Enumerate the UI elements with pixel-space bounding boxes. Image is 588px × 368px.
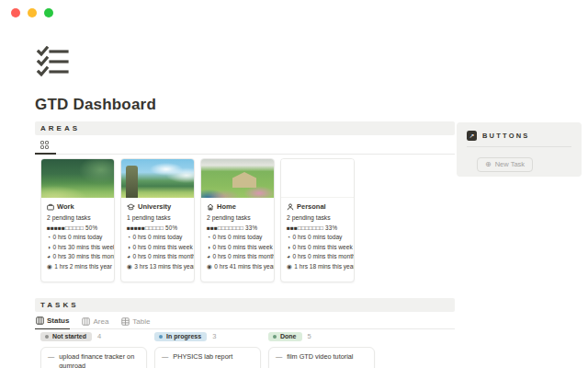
- card-title: Home: [217, 202, 236, 211]
- stat-year: 3 hrs 13 mins this year: [134, 263, 195, 270]
- pending-tasks: 2 pending tasks: [287, 214, 348, 221]
- new-task-label: New Task: [495, 160, 525, 168]
- zoom-button[interactable]: [44, 8, 53, 17]
- checklist-icon[interactable]: [36, 46, 71, 81]
- dash-icon: —: [276, 352, 282, 362]
- stat-today: 0 hrs 0 mins today: [212, 234, 262, 240]
- tasks-view-tabs: Status Area Table: [35, 314, 455, 329]
- area-card-personal[interactable]: Personal 2 pending tasks ■■■□□□□□□□ 33% …: [280, 158, 355, 282]
- buttons-panel-title: BUTTONS: [482, 132, 530, 140]
- task-card[interactable]: — PHYSICS lab report: [154, 347, 261, 368]
- new-task-button[interactable]: ⊕ New Task: [477, 157, 533, 172]
- gallery-grid-icon: [40, 141, 49, 149]
- status-badge[interactable]: In progress: [154, 332, 207, 341]
- harvey-ball-icon: ◕: [47, 253, 51, 259]
- stat-month: 0 hrs 0 mins this month: [292, 253, 355, 259]
- board-icon: [82, 317, 90, 326]
- notion-window: GTD Dashboard AREAS Work 2 pending tasks…: [0, 0, 588, 368]
- harvey-ball-icon: ◉: [287, 263, 292, 270]
- stat-today: 0 hrs 0 mins today: [292, 234, 342, 240]
- status-label: Done: [280, 333, 297, 339]
- stat-month: 0 hrs 30 mins this month: [52, 253, 115, 259]
- column-count: 5: [308, 332, 311, 340]
- stat-week: 0 hrs 0 mins this week: [212, 244, 272, 250]
- tasks-board: Not started 4 — upload finance tracker o…: [40, 330, 375, 368]
- harvey-ball-icon: ◔: [127, 234, 130, 240]
- divider: [467, 146, 571, 147]
- harvey-ball-icon: ◔: [287, 234, 290, 240]
- pending-tasks: 2 pending tasks: [207, 214, 268, 221]
- page-title: GTD Dashboard: [35, 96, 156, 114]
- stat-today: 0 hrs 0 mins today: [132, 234, 182, 240]
- card-title: Personal: [297, 202, 326, 211]
- status-dot-icon: [159, 335, 163, 339]
- minimize-button[interactable]: [28, 8, 37, 17]
- tab-status[interactable]: Status: [35, 316, 70, 329]
- area-card-home[interactable]: Home 2 pending tasks ■■■□□□□□□□ 33% ◔0 h…: [200, 158, 275, 282]
- button-block-icon: ↗: [467, 131, 477, 141]
- harvey-ball-icon: ◉: [127, 263, 132, 270]
- tab-table[interactable]: Table: [120, 317, 151, 329]
- harvey-ball-icon: ◑: [127, 244, 130, 250]
- tab-label: Status: [47, 316, 69, 325]
- buttons-panel: ↗ BUTTONS ⊕ New Task: [457, 122, 582, 177]
- dash-icon: —: [162, 352, 168, 362]
- harvey-ball-icon: ◔: [47, 234, 51, 240]
- tab-label: Area: [93, 317, 108, 326]
- harvey-ball-icon: ◑: [47, 244, 51, 250]
- card-cover-image: [201, 159, 274, 198]
- status-dot-icon: [273, 335, 277, 339]
- status-badge[interactable]: Not started: [40, 332, 92, 341]
- progress-bar: ■■■■■□□□□□ 50%: [127, 224, 188, 231]
- harvey-ball-icon: ◕: [207, 253, 210, 259]
- stat-year: 0 hrs 41 mins this year: [214, 263, 275, 270]
- column-count: 3: [212, 332, 216, 340]
- window-controls: [11, 8, 53, 17]
- graduation-cap-icon: [127, 203, 135, 211]
- pending-tasks: 1 pending tasks: [127, 214, 188, 221]
- harvey-ball-icon: ◕: [127, 253, 130, 259]
- status-label: In progress: [166, 333, 201, 339]
- house-icon: [207, 203, 214, 211]
- person-icon: [287, 203, 294, 211]
- kanban-column-not-started: Not started 4 — upload finance tracker o…: [40, 330, 147, 368]
- dash-icon: —: [48, 352, 54, 362]
- stat-week: 0 hrs 0 mins this week: [132, 244, 192, 250]
- gallery-view-tab[interactable]: [35, 141, 56, 155]
- harvey-ball-icon: ◑: [207, 244, 210, 250]
- card-cover-image: [121, 159, 194, 198]
- harvey-ball-icon: ◕: [287, 253, 290, 259]
- task-title: PHYSICS lab report: [173, 352, 232, 362]
- stat-month: 0 hrs 0 mins this month: [212, 253, 275, 259]
- harvey-ball-icon: ◉: [207, 263, 212, 270]
- board-icon: [36, 316, 44, 325]
- task-card[interactable]: — film GTD video tutorial: [268, 347, 375, 368]
- stat-week: 0 hrs 30 mins this week: [52, 244, 115, 250]
- stat-week: 0 hrs 0 mins this week: [292, 244, 352, 250]
- harvey-ball-icon: ◉: [47, 263, 52, 270]
- plus-circle-icon: ⊕: [485, 160, 492, 168]
- card-cover-image: [41, 159, 114, 198]
- stat-year: 1 hrs 2 mins this year: [54, 263, 112, 270]
- task-card[interactable]: — upload finance tracker on gumroad: [40, 347, 147, 368]
- tab-area[interactable]: Area: [81, 317, 109, 329]
- harvey-ball-icon: ◑: [287, 244, 290, 250]
- kanban-column-done: Done 5 — film GTD video tutorial: [268, 330, 375, 368]
- stat-year: 1 hrs 18 mins this year: [294, 263, 355, 270]
- stat-month: 0 hrs 0 mins this month: [132, 253, 195, 259]
- task-title: upload finance tracker on gumroad: [59, 352, 140, 368]
- card-title: Work: [57, 202, 74, 211]
- area-card-work[interactable]: Work 2 pending tasks ■■■■■□□□□□ 50% ◔0 h…: [40, 158, 115, 282]
- progress-bar: ■■■□□□□□□□ 33%: [207, 224, 268, 231]
- status-badge[interactable]: Done: [268, 332, 302, 341]
- area-card-university[interactable]: University 1 pending tasks ■■■■■□□□□□ 50…: [120, 158, 195, 282]
- areas-gallery: Work 2 pending tasks ■■■■■□□□□□ 50% ◔0 h…: [40, 158, 355, 282]
- areas-section-header: AREAS: [35, 121, 455, 135]
- kanban-column-in-progress: In progress 3 — PHYSICS lab report: [154, 330, 261, 368]
- briefcase-icon: [47, 203, 54, 211]
- task-title: film GTD video tutorial: [287, 352, 353, 362]
- card-title: University: [138, 202, 171, 211]
- table-icon: [121, 317, 130, 326]
- pending-tasks: 2 pending tasks: [47, 214, 108, 221]
- close-button[interactable]: [11, 8, 20, 17]
